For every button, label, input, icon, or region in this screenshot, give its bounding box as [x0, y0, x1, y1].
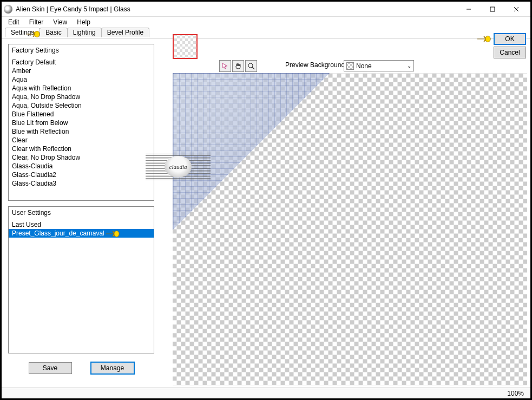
preview-bg-value: None [356, 62, 372, 70]
factory-header: Factory Settings [9, 44, 154, 58]
left-panel: Factory Settings Factory Default Amber A… [2, 38, 160, 388]
maximize-button[interactable] [481, 2, 504, 16]
list-item[interactable]: Glass-Claudia [9, 162, 154, 171]
watermark: claudia [146, 153, 211, 180]
chevron-down-icon: ⌄ [407, 63, 411, 69]
list-item[interactable]: Aqua, Outside Selection [9, 101, 154, 110]
manage-button[interactable]: Manage [91, 362, 134, 374]
pointer-tool-icon[interactable] [219, 60, 231, 72]
list-item-label: Preset_Glass_jour_de_carnaval [12, 229, 104, 237]
preview-thumbnail[interactable] [173, 34, 198, 59]
watermark-text: claudia [165, 156, 192, 178]
list-item[interactable]: Blue Flattened [9, 110, 154, 119]
checker-swatch-icon [346, 62, 354, 70]
svg-line-7 [252, 67, 254, 69]
window-title: Alien Skin | Eye Candy 5 Impact | Glass [16, 5, 457, 13]
list-item[interactable]: Factory Default [9, 58, 154, 67]
save-button[interactable]: Save [29, 362, 72, 374]
list-item[interactable]: Glass-Claudia2 [9, 171, 154, 179]
preview-canvas[interactable]: claudia [173, 73, 527, 385]
list-item[interactable]: Blue Lit from Below [9, 119, 154, 127]
list-item[interactable]: Clear with Reflection [9, 145, 154, 153]
glass-effect-preview [173, 73, 330, 230]
list-item[interactable]: Aqua [9, 75, 154, 84]
app-icon [4, 5, 12, 14]
list-item[interactable]: Clear [9, 136, 154, 145]
pointer-annotation-icon [476, 34, 491, 44]
svg-point-5 [114, 231, 119, 237]
list-item[interactable]: Clear, No Drop Shadow [9, 153, 154, 162]
tab-lighting[interactable]: Lighting [67, 28, 102, 37]
hand-tool-icon[interactable] [232, 60, 244, 72]
menu-view[interactable]: View [49, 17, 71, 27]
cancel-button[interactable]: Cancel [494, 47, 526, 58]
titlebar: Alien Skin | Eye Candy 5 Impact | Glass [2, 2, 530, 17]
menubar: Edit Filter View Help [2, 17, 530, 28]
list-item[interactable]: Aqua with Reflection [9, 84, 154, 93]
list-item[interactable]: Aqua, No Drop Shadow [9, 93, 154, 101]
preview-bg-select[interactable]: None ⌄ [344, 60, 414, 71]
ok-button[interactable]: OK [494, 33, 526, 45]
list-item[interactable]: Last Used [9, 220, 154, 229]
minimize-button[interactable] [457, 2, 481, 16]
zoom-tool-icon[interactable] [245, 60, 257, 72]
svg-rect-1 [490, 7, 495, 11]
zoom-level: 100% [507, 390, 524, 397]
tab-basic[interactable]: Basic [40, 28, 67, 37]
statusbar: 100% [2, 388, 530, 398]
preview-bg-label: Preview Background: [285, 61, 346, 69]
close-button[interactable] [504, 2, 528, 16]
svg-point-4 [35, 31, 40, 37]
svg-point-8 [485, 36, 490, 42]
list-item[interactable]: Amber [9, 67, 154, 75]
list-item[interactable]: Blue with Reflection [9, 127, 154, 136]
menu-filter[interactable]: Filter [25, 17, 48, 27]
pointer-annotation-icon [105, 228, 120, 239]
user-header: User Settings [9, 207, 154, 220]
svg-point-6 [248, 63, 253, 68]
list-item[interactable]: Glass-Claudia3 [9, 179, 154, 188]
tab-bevel-profile[interactable]: Bevel Profile [101, 28, 149, 37]
list-item-selected[interactable]: Preset_Glass_jour_de_carnaval [9, 229, 154, 238]
menu-edit[interactable]: Edit [4, 17, 24, 27]
right-panel: Preview Background: None ⌄ OK Cancel [160, 38, 530, 388]
factory-settings-list[interactable]: Factory Settings Factory Default Amber A… [8, 44, 154, 201]
pointer-annotation-icon [25, 29, 41, 40]
menu-help[interactable]: Help [73, 17, 95, 27]
tabbar: Settings Basic Lighting Bevel Profile [2, 28, 530, 37]
user-settings-list[interactable]: User Settings Last Used Preset_Glass_jou… [8, 206, 154, 353]
